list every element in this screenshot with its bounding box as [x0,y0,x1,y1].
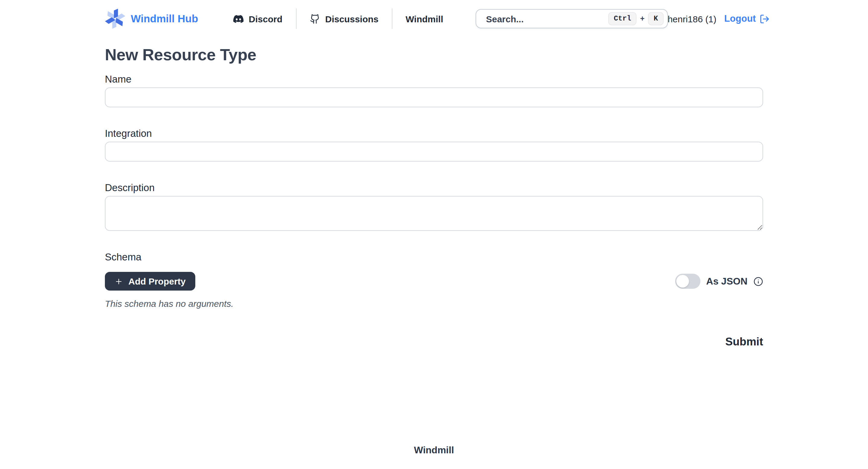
nav-link-label: Discord [249,13,282,24]
user-area: henri186 (1) Logout [668,13,770,24]
nav-divider [296,8,296,29]
schema-empty-note: This schema has no arguments. [105,299,763,309]
username: henri186 (1) [668,13,716,24]
toggle-knob [676,275,689,287]
submit-row: Submit [105,335,763,348]
kbd-separator: + [640,14,645,23]
kbd-k: K [648,12,663,25]
kbd-ctrl: Ctrl [608,12,637,25]
add-property-button[interactable]: Add Property [105,272,195,290]
page-footer: Windmill [0,445,868,456]
name-label: Name [105,72,763,86]
description-label: Description [105,181,763,194]
submit-button[interactable]: Submit [725,335,763,348]
logout-icon [760,13,770,24]
search-input[interactable] [485,13,608,24]
as-json-group: As JSON [675,274,763,289]
page-title: New Resource Type [105,44,763,65]
info-icon[interactable] [753,276,763,286]
integration-label: Integration [105,127,763,140]
search-box: Ctrl + K [475,9,668,28]
brand-name: Windmill Hub [131,12,198,25]
nav-link-discussions[interactable]: Discussions [310,13,378,24]
nav-link-windmill[interactable]: Windmill [406,13,443,24]
as-json-toggle[interactable] [675,274,700,289]
brand-logo-link[interactable]: Windmill Hub [105,7,198,30]
page: Windmill Hub Discord Discussions Windmil… [0,0,868,469]
discord-icon [233,13,243,24]
plus-icon [115,277,123,285]
main-content: New Resource Type Name Integration Descr… [105,44,763,348]
footer-windmill-link[interactable]: Windmill [414,445,454,455]
integration-input[interactable] [105,142,763,162]
top-navbar: Windmill Hub Discord Discussions Windmil… [105,0,763,37]
name-input[interactable] [105,87,763,107]
integration-field-group: Integration [105,127,763,162]
nav-link-label: Windmill [406,13,443,24]
windmill-logo-icon [105,7,125,30]
github-icon [310,13,320,24]
logout-label: Logout [724,13,756,24]
logout-link[interactable]: Logout [724,13,770,24]
schema-label: Schema [105,250,763,263]
description-field-group: Description [105,181,763,231]
description-textarea[interactable] [105,196,763,231]
schema-toolbar: Add Property As JSON [105,272,763,290]
as-json-label: As JSON [706,276,747,287]
nav-link-label: Discussions [325,13,378,24]
name-field-group: Name [105,72,763,107]
nav-link-discord[interactable]: Discord [233,13,282,24]
add-property-label: Add Property [128,276,186,286]
schema-section: Schema Add Property As JSON [105,250,763,309]
nav-divider [392,8,393,29]
nav-links: Discord Discussions Windmill [233,8,443,29]
